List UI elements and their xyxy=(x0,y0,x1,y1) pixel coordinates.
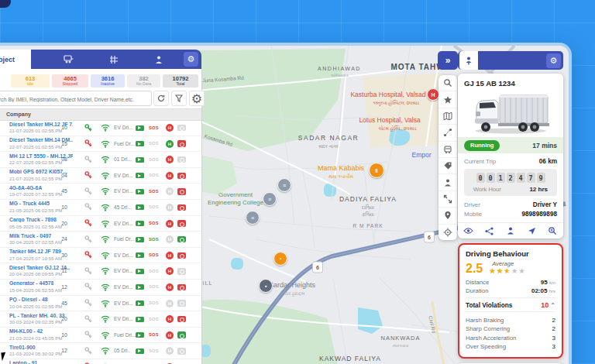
collapse-panel-button[interactable]: » xyxy=(438,51,458,70)
navigate-icon[interactable] xyxy=(521,223,542,239)
vehicle-row[interactable]: MG - Truck 4445 21-05-2025 06:02:55 PM 1… xyxy=(0,200,201,216)
vehicle-name: 4G-6A-4G-6A xyxy=(9,185,42,191)
eye-icon[interactable] xyxy=(458,223,479,239)
driving-behaviour-card: Driving Behaviour 2.5 Average ★★★★★★★★★★… xyxy=(458,243,563,359)
driver-pin-icon[interactable] xyxy=(152,53,165,66)
tracking-tab[interactable] xyxy=(459,51,478,70)
vehicle-row[interactable]: Diesel Tanker MH.12 JF 7... 21-07-2025 0… xyxy=(0,120,201,136)
driver-name: EV Dri... xyxy=(114,316,133,321)
map-label: NANKWADA xyxy=(380,335,420,342)
collapse-caret-icon[interactable]: ⌃ xyxy=(550,302,555,309)
vehicle-speed: 20 xyxy=(59,316,70,321)
zoom-to-icon[interactable] xyxy=(542,223,563,239)
driver-name: 01 Dri... xyxy=(114,156,132,162)
person-pin-icon[interactable] xyxy=(439,174,457,191)
vehicle-row[interactable]: Laptop - 91 20-03-2024 09:20:55 AM 15 08… xyxy=(0,359,201,364)
refresh-icon[interactable] xyxy=(153,91,169,106)
expand-icon[interactable] xyxy=(439,191,457,208)
odometer-digit: 4 xyxy=(517,173,525,183)
vehicle-speed: 10 xyxy=(59,125,70,130)
place-marker-icon: ● xyxy=(259,279,273,293)
vehicle-row[interactable]: Milk Truck - 0497 30-04-2025 07:02:55 AM… xyxy=(0,232,201,248)
share-icon[interactable] xyxy=(479,223,500,239)
vehicle-speed: 45 xyxy=(59,300,70,306)
filter-icon[interactable] xyxy=(171,91,187,106)
vehicle-row[interactable]: Cargo Truck - 7898 05-05-2025 01:02:55 A… xyxy=(0,216,201,232)
camera-icon xyxy=(177,299,186,308)
tag-icon[interactable] xyxy=(439,158,457,174)
list-settings-gear-icon[interactable]: ⚙ xyxy=(189,91,205,106)
violation-row: Harsh Acceleration3 xyxy=(466,335,555,342)
odometer-digit: 0 xyxy=(476,173,485,183)
trailer-icon[interactable] xyxy=(62,53,75,66)
status-chip-total[interactable]: 10792Total xyxy=(163,74,198,88)
map-label: DADIYA FALIYA xyxy=(339,195,397,203)
status-chip-idle[interactable]: 613Idle xyxy=(11,74,50,88)
vehicle-row[interactable]: Mobi GPS 6972 KI057... 21-07-2025 01:02:… xyxy=(0,168,201,184)
vehicle-datetime: 21-07-2025 01:02:55 PM xyxy=(9,176,62,181)
camera-icon xyxy=(177,139,186,149)
vehicle-row[interactable]: PQ - Diesel - 48 10-04-2025 01:02:55 PM … xyxy=(0,296,201,312)
vehicle-row[interactable]: MH-KL00 - 42 21-03-2024 03:45:05 PM 10 F… xyxy=(0,328,201,344)
video-icon xyxy=(135,331,144,340)
tab-object[interactable]: Object xyxy=(0,50,31,69)
vehicle-row[interactable]: Diesel Tanker MH.14 DM... 22-07-2025 01:… xyxy=(0,136,201,153)
video-icon xyxy=(135,171,144,180)
video-icon xyxy=(135,299,144,308)
odometer-digit: 9 xyxy=(537,173,545,183)
driver-pin-icon[interactable] xyxy=(500,223,521,239)
status-chip-stopped[interactable]: 4665Stopped xyxy=(52,74,88,88)
driver-name: EV Dri... xyxy=(114,125,133,130)
chip-label: Stopped xyxy=(63,82,77,86)
camera-icon xyxy=(177,331,186,340)
vehicle-row[interactable]: Tanker MH.12 JF 789 27-04-2025 07:10:55 … xyxy=(0,248,201,264)
status-chip-inactive[interactable]: 3616Inactive xyxy=(91,74,125,88)
vehicle-name: Milk Truck - 0497 xyxy=(9,233,51,239)
lodging-marker-icon: ≡ xyxy=(246,211,260,225)
vehicle-row[interactable]: PL - Tanker MH. 40. 33 30-03-2024 09:02:… xyxy=(0,311,201,328)
geofence-grid-icon[interactable] xyxy=(107,53,120,66)
map-label: મામા કબાબીસ xyxy=(328,174,353,180)
vehicle-speed: 12 xyxy=(59,348,70,353)
vehicle-speed: 08 xyxy=(59,156,70,162)
chip-label: Inactive xyxy=(101,82,115,86)
map-toolbar xyxy=(439,75,457,240)
driver-name: Fuel Dr... xyxy=(114,236,135,242)
location-pin-icon[interactable] xyxy=(439,208,457,224)
map-icon[interactable] xyxy=(439,108,457,125)
highway-shield: 6 xyxy=(424,232,435,243)
vehicle-number: GJ 15 AB 1234 xyxy=(458,74,563,89)
status-chip-no-data[interactable]: 382No Data xyxy=(127,74,160,88)
violation-row: Harsh Braking2 xyxy=(466,317,555,324)
video-icon xyxy=(135,219,144,228)
vehicle-row[interactable]: Diesel Tanker GJ.12 JA.. 20-04-2025 08:0… xyxy=(0,263,201,280)
status-duration: 17 mins xyxy=(532,142,557,149)
target-icon[interactable] xyxy=(439,225,457,240)
group-header[interactable]: Company xyxy=(0,108,201,121)
star-icon[interactable] xyxy=(439,91,457,108)
sos-indicator: SOS xyxy=(149,157,159,162)
driver-name: EV Dri... xyxy=(114,221,133,226)
vehicle-row[interactable]: Tire01-900 21-03-2024 05:30:02 PM 12 05 … xyxy=(0,343,201,359)
driver-value: Driver Y xyxy=(533,201,557,208)
total-violations-label: Total Violations xyxy=(466,302,512,309)
immobilizer-icon: H xyxy=(165,203,174,212)
wifi-icon xyxy=(101,331,110,340)
immobilizer-icon: H xyxy=(165,219,174,228)
wifi-icon xyxy=(101,203,110,212)
panel-settings-gear-icon[interactable]: ⚙ xyxy=(184,52,198,67)
vehicle-icon[interactable] xyxy=(439,142,457,158)
vehicle-row[interactable]: Generator - 44578 15-04-2025 06:52:55 AM… xyxy=(0,280,201,296)
driver-name: Fuel Dri... xyxy=(114,332,136,338)
sos-indicator: SOS xyxy=(149,189,159,194)
chip-value: 10792 xyxy=(173,76,189,82)
detail-settings-gear-icon[interactable]: ⚙ xyxy=(546,53,561,68)
vehicle-name: Generator - 44578 xyxy=(9,280,53,286)
search-icon[interactable] xyxy=(439,75,457,91)
search-input[interactable] xyxy=(0,91,146,107)
lodging-marker-icon: ≡ xyxy=(277,178,291,192)
vehicle-row[interactable]: 4G-6A-4G-6A 19-07-2025 07:32:55 PM 45 EV… xyxy=(0,184,201,200)
wifi-icon xyxy=(101,139,110,149)
route-icon[interactable] xyxy=(439,125,457,141)
vehicle-row[interactable]: MH 12 LT 5550 - MH.12 JF 7... 22-07-2025… xyxy=(0,152,201,168)
